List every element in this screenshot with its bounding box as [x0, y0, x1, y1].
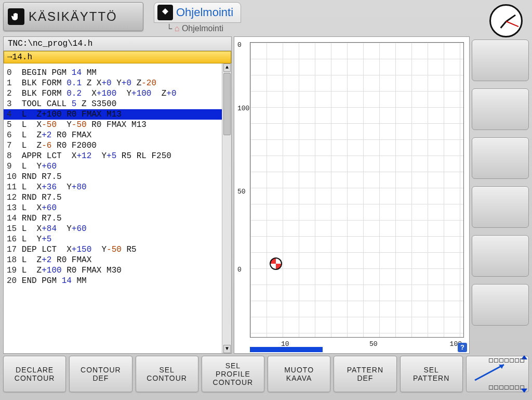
home-icon: ⌂	[175, 24, 180, 33]
code-line[interactable]: 10 RND R7.5	[4, 172, 231, 182]
code-line[interactable]: 5 L X-50 Y-50 R0 FMAX M13	[4, 120, 231, 130]
y-tick: 0	[237, 266, 242, 274]
code-line[interactable]: 17 DEP LCT X+150 Y-50 R5	[4, 244, 231, 255]
softkey-muoto-kaava[interactable]: MUOTOKAAVA	[268, 356, 330, 392]
softkey-pattern-def[interactable]: PATTERNDEF	[334, 356, 396, 392]
code-line[interactable]: 8 APPR LCT X+12 Y+5 R5 RL F250	[4, 151, 231, 161]
code-line[interactable]: 7 L Z-6 R0 F2000	[4, 140, 231, 151]
scroll-up-arrow[interactable]: ▲	[223, 63, 231, 72]
tab-label: Ohjelmointi	[176, 6, 233, 19]
horizontal-scroll-indicator[interactable]	[250, 347, 323, 352]
softkey-sel-contour[interactable]: SELCONTOUR	[136, 356, 198, 392]
code-line[interactable]: 16 L Y+5	[4, 234, 231, 244]
softkey-declare-contour[interactable]: DECLARECONTOUR	[3, 356, 66, 392]
bottom-softkey-row: DECLARECONTOURCONTOURDEFSELCONTOURSELPRO…	[0, 354, 532, 394]
preview-grid[interactable]	[250, 42, 464, 338]
y-tick: 100	[237, 105, 249, 112]
graphic-preview-pane: 0 100 50 0 10 50 100 ?	[234, 36, 470, 354]
code-line[interactable]: 4 L Z+100 R0 FMAX M13	[4, 109, 231, 120]
arrow-icon	[473, 362, 509, 382]
code-line[interactable]: 2 BLK FORM 0.2 X+100 Y+100 Z+0	[4, 88, 231, 99]
code-listing[interactable]: 0 BEGIN PGM 14 MM1 BLK FORM 0.1 Z X+0 Y+…	[4, 63, 231, 353]
vertical-scrollbar[interactable]: ▲ ▼	[222, 63, 231, 353]
tab-programming[interactable]: Ohjelmointi	[154, 2, 241, 23]
hand-icon	[8, 8, 24, 25]
code-line[interactable]: 18 L Z+2 R0 FMAX	[4, 255, 231, 265]
side-softkey-1[interactable]	[472, 40, 529, 81]
side-softkey-3[interactable]	[472, 137, 529, 179]
code-line[interactable]: 20 END PGM 14 MM	[4, 276, 231, 286]
mode-button[interactable]: KÄSIKÄYTTÖ	[3, 2, 143, 31]
code-line[interactable]: 19 L Z+100 R0 FMAX M30	[4, 265, 231, 276]
breadcrumb: └ ⌂ Ohjelmointi	[154, 23, 241, 34]
code-editor-pane: TNC:\nc_prog\14.h →14.h 0 BEGIN PGM 14 M…	[3, 36, 232, 354]
side-softkey-4[interactable]	[472, 186, 529, 228]
scroll-thumb[interactable]	[223, 73, 231, 135]
y-tick: 50	[237, 188, 246, 196]
y-tick: 0	[237, 41, 242, 49]
side-softkey-6[interactable]	[472, 284, 529, 326]
help-icon[interactable]: ?	[458, 343, 467, 352]
code-line[interactable]: 14 RND R7.5	[4, 213, 231, 224]
svg-line-0	[475, 365, 504, 380]
code-line[interactable]: 15 L X+84 Y+60	[4, 224, 231, 234]
mode-label: KÄSIKÄYTTÖ	[29, 9, 117, 24]
code-line[interactable]: 11 L X+36 Y+80	[4, 182, 231, 192]
code-line[interactable]: 1 BLK FORM 0.1 Z X+0 Y+0 Z-20	[4, 78, 231, 88]
x-tick: 50	[369, 340, 378, 348]
code-line[interactable]: 12 RND R7.5	[4, 192, 231, 203]
code-line[interactable]: 0 BEGIN PGM 14 MM	[4, 68, 231, 78]
code-line[interactable]: 9 L Y+60	[4, 161, 231, 172]
softkey-contour-def[interactable]: CONTOURDEF	[69, 356, 132, 392]
origin-marker-icon	[270, 257, 282, 270]
scroll-down-arrow[interactable]: ▼	[223, 345, 231, 353]
side-softkey-column	[472, 36, 529, 354]
code-line[interactable]: 13 L X+60	[4, 203, 231, 213]
code-line[interactable]: 3 TOOL CALL 5 Z S3500	[4, 99, 231, 109]
code-line[interactable]: 6 L Z+2 R0 FMAX	[4, 130, 231, 140]
clock-icon	[489, 4, 523, 37]
header-bar: KÄSIKÄYTTÖ Ohjelmointi └ ⌂ Ohjelmointi	[0, 0, 532, 36]
file-path: TNC:\nc_prog\14.h	[4, 37, 231, 51]
side-softkey-5[interactable]	[472, 235, 529, 277]
page-down-icon	[521, 389, 527, 393]
softkey-sel-profile[interactable]: SELPROFILECONTOUR	[202, 356, 264, 392]
softkey-page-nav[interactable]	[466, 356, 529, 392]
softkey-sel-pattern[interactable]: SELPATTERN	[400, 356, 463, 392]
file-tab[interactable]: →14.h	[4, 51, 231, 63]
side-softkey-2[interactable]	[472, 88, 529, 130]
tab-group: Ohjelmointi └ ⌂ Ohjelmointi	[154, 2, 241, 34]
programming-icon	[157, 5, 173, 20]
